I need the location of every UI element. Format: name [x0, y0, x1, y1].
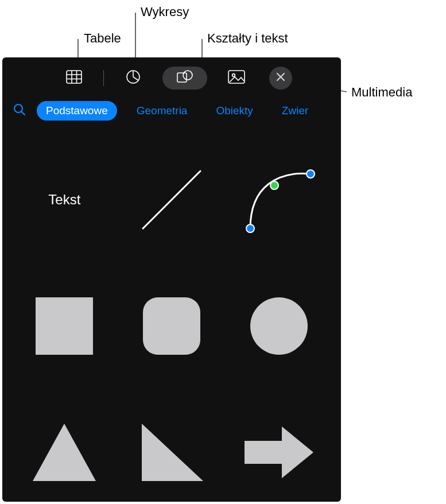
shape-triangle[interactable]: [20, 395, 110, 502]
shape-square[interactable]: [20, 269, 110, 383]
svg-rect-10: [177, 73, 187, 82]
table-icon: [66, 70, 82, 86]
callout-tables: Tabele: [84, 31, 121, 46]
shapes-grid: Tekst: [2, 131, 341, 502]
svg-point-20: [307, 170, 315, 178]
svg-marker-25: [33, 424, 96, 481]
shape-right-triangle[interactable]: [127, 395, 217, 502]
circle-icon: [247, 294, 311, 358]
svg-rect-4: [67, 71, 82, 83]
callout-media: Multimedia: [351, 85, 412, 100]
svg-rect-22: [36, 297, 93, 355]
category-objects[interactable]: Obiekty: [207, 101, 262, 121]
shape-curve[interactable]: [234, 142, 324, 257]
category-animals[interactable]: Zwier: [273, 101, 317, 121]
line-icon: [134, 162, 209, 237]
svg-line-17: [22, 112, 25, 115]
svg-point-11: [183, 71, 192, 80]
category-geometry[interactable]: Geometria: [127, 101, 197, 121]
close-icon: [276, 72, 285, 84]
svg-marker-27: [245, 427, 313, 478]
shapes-panel: Podstawowe Geometria Obiekty Zwier Tekst: [2, 57, 341, 502]
pie-chart-icon: [126, 69, 141, 87]
media-tab[interactable]: [214, 67, 259, 90]
svg-line-18: [143, 171, 200, 228]
rounded-square-icon: [140, 294, 203, 358]
callout-charts: Wykresy: [141, 5, 189, 20]
triangle-icon: [30, 421, 99, 484]
shape-circle[interactable]: [234, 269, 324, 383]
shape-line[interactable]: [127, 142, 217, 257]
svg-point-24: [250, 297, 308, 355]
search-button[interactable]: [13, 103, 26, 119]
shape-rounded-square[interactable]: [127, 269, 217, 383]
svg-point-13: [232, 74, 235, 77]
svg-point-19: [246, 224, 254, 232]
svg-marker-26: [142, 424, 203, 481]
close-button[interactable]: [269, 67, 292, 90]
svg-point-21: [270, 181, 278, 189]
image-icon: [228, 70, 245, 86]
category-basic[interactable]: Podstawowe: [37, 101, 117, 121]
square-icon: [33, 294, 96, 358]
search-icon: [13, 103, 26, 117]
svg-rect-23: [143, 297, 200, 355]
shape-arrow[interactable]: [234, 395, 324, 502]
bezier-curve-icon: [239, 162, 319, 237]
charts-tab[interactable]: [111, 67, 156, 90]
insert-toolbar: [2, 57, 341, 95]
shapes-tab[interactable]: [162, 67, 207, 90]
category-row: Podstawowe Geometria Obiekty Zwier: [2, 95, 341, 131]
shape-text[interactable]: Tekst: [20, 142, 110, 257]
shapes-icon: [176, 69, 193, 87]
callout-shapes-text: Kształty i tekst: [207, 31, 288, 46]
arrow-right-icon: [242, 421, 316, 484]
right-triangle-icon: [137, 421, 206, 484]
toolbar-divider: [103, 70, 104, 86]
tables-tab[interactable]: [52, 67, 96, 90]
text-shape-label: Tekst: [48, 192, 80, 208]
